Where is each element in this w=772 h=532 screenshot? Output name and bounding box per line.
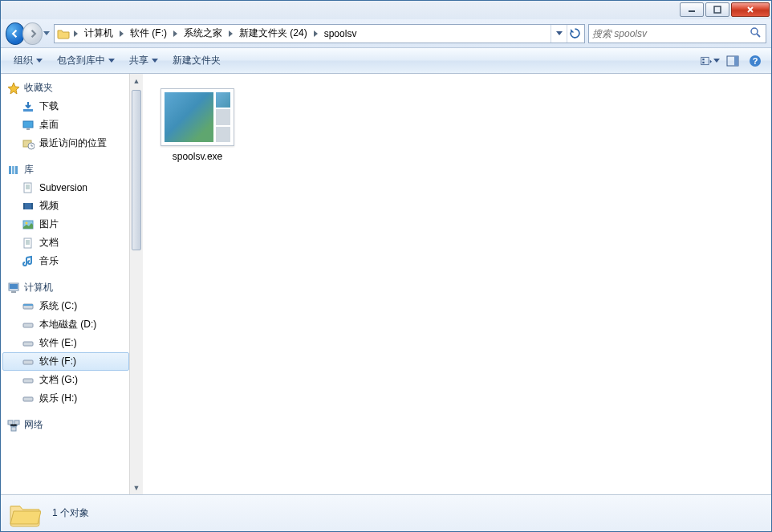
maximize-button[interactable] [705,2,729,17]
chevron-right-icon[interactable] [117,30,126,37]
explorer-window: 计算机 软件 (F:) 系统之家 新建文件夹 (24) spoolsv 组织 包… [0,0,772,532]
chevron-down-icon [108,59,115,63]
scroll-down-icon[interactable]: ▼ [130,481,143,494]
status-text: 1 个对象 [52,506,89,520]
favorites-group: 收藏夹 下载 桌面 最近访问的位置 [2,79,129,152]
recent-icon [22,137,35,150]
chevron-right-icon[interactable] [311,30,320,37]
svg-rect-34 [23,397,33,401]
sidebar-scrollbar[interactable]: ▲ ▼ [129,74,143,494]
libraries-header[interactable]: 库 [2,160,129,179]
forward-button[interactable] [22,22,42,45]
search-box[interactable] [588,24,766,43]
video-icon [22,200,35,213]
file-item[interactable]: spoolsv.exe [157,85,238,165]
sidebar-item-recent[interactable]: 最近访问的位置 [2,134,129,152]
content-body: 收藏夹 下载 桌面 最近访问的位置 库 Subversion 视频 图片 文档 … [1,74,771,494]
svg-rect-37 [11,427,16,431]
sidebar-item-videos[interactable]: 视频 [2,197,129,215]
network-label: 网络 [24,418,43,432]
item-label: 软件 (F:) [39,355,76,368]
svg-point-23 [26,221,28,224]
include-library-button[interactable]: 包含到库中 [51,51,121,71]
history-dropdown[interactable] [43,26,51,41]
svg-rect-36 [14,420,19,424]
svg-rect-24 [24,238,31,248]
sidebar-item-drive-e[interactable]: 软件 (E:) [2,334,129,352]
network-icon [7,419,20,432]
svg-rect-15 [9,166,11,174]
desktop-icon [22,119,35,132]
item-label: 本地磁盘 (D:) [39,318,96,331]
view-options-button[interactable] [701,52,720,70]
music-icon [22,255,35,268]
chevron-right-icon[interactable] [71,30,80,37]
folder-icon [56,26,71,41]
sidebar-item-drive-f[interactable]: 软件 (F:) [2,352,129,371]
svg-rect-33 [23,379,33,383]
svg-rect-10 [23,109,33,112]
sidebar-item-music[interactable]: 音乐 [2,252,129,270]
file-name: spoolsv.exe [173,151,222,162]
svg-rect-27 [11,291,16,293]
sidebar-item-pictures[interactable]: 图片 [2,215,129,234]
preview-pane-button[interactable] [723,52,742,70]
computer-icon [7,282,20,294]
sidebar-item-drive-h[interactable]: 娱乐 (H:) [2,389,129,408]
star-icon [7,82,20,95]
sidebar-item-subversion[interactable]: Subversion [2,179,129,197]
sidebar-item-downloads[interactable]: 下载 [2,97,129,116]
organize-label: 组织 [14,54,33,67]
minimize-button[interactable] [680,2,704,17]
sidebar-item-drive-d[interactable]: 本地磁盘 (D:) [2,315,129,334]
favorites-label: 收藏夹 [24,81,53,95]
document-icon [22,181,35,194]
close-button[interactable] [731,2,770,17]
scroll-thumb[interactable] [132,90,141,250]
refresh-button[interactable] [567,25,583,43]
folder-large-icon [9,500,41,527]
library-icon [7,164,20,177]
breadcrumb-folder1[interactable]: 系统之家 [181,25,226,43]
drive-icon [22,355,35,368]
sidebar-item-documents[interactable]: 文档 [2,234,129,252]
item-label: 文档 [39,236,59,250]
search-icon[interactable] [750,26,762,40]
share-label: 共享 [129,54,148,67]
breadcrumb-folder2[interactable]: 新建文件夹 (24) [236,25,311,43]
organize-button[interactable]: 组织 [7,51,49,71]
navigation-pane: 收藏夹 下载 桌面 最近访问的位置 库 Subversion 视频 图片 文档 … [1,74,129,494]
breadcrumb-current[interactable]: spoolsv [321,25,360,43]
new-folder-button[interactable]: 新建文件夹 [166,51,227,71]
computer-label: 计算机 [24,281,53,294]
svg-rect-4 [702,58,704,59]
address-dropdown[interactable] [551,25,567,43]
breadcrumb-drive[interactable]: 软件 (F:) [127,25,170,43]
svg-rect-17 [15,166,18,174]
breadcrumb-computer[interactable]: 计算机 [81,25,116,43]
network-header[interactable]: 网络 [2,416,129,434]
file-list[interactable]: spoolsv.exe [146,74,771,494]
sidebar-item-desktop[interactable]: 桌面 [2,116,129,134]
drive-icon [22,337,35,350]
newfolder-label: 新建文件夹 [173,54,221,67]
details-pane: 1 个对象 [1,494,771,531]
chevron-right-icon[interactable] [226,30,235,37]
scroll-up-icon[interactable]: ▲ [130,74,143,87]
svg-rect-31 [23,342,33,346]
address-bar[interactable]: 计算机 软件 (F:) 系统之家 新建文件夹 (24) spoolsv [54,24,585,43]
computer-header[interactable]: 计算机 [2,278,129,297]
item-label: 图片 [39,217,59,231]
search-input[interactable] [592,28,750,39]
svg-rect-7 [734,56,738,66]
chevron-right-icon[interactable] [171,30,180,37]
help-button[interactable]: ? [746,52,765,70]
document-icon [22,237,35,250]
share-button[interactable]: 共享 [123,51,165,71]
svg-rect-29 [23,304,33,306]
item-label: 视频 [39,199,59,213]
sidebar-item-drive-g[interactable]: 文档 (G:) [2,371,129,389]
sidebar-item-drive-c[interactable]: 系统 (C:) [2,297,129,315]
svg-point-2 [751,28,758,35]
favorites-header[interactable]: 收藏夹 [2,79,129,97]
